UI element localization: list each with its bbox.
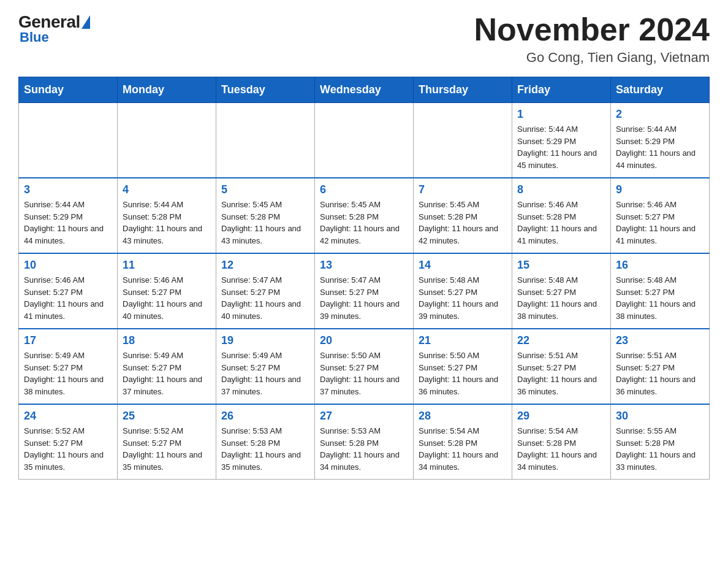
calendar-week-row: 17Sunrise: 5:49 AM Sunset: 5:27 PM Dayli…: [19, 329, 710, 404]
calendar-cell: 15Sunrise: 5:48 AM Sunset: 5:27 PM Dayli…: [512, 253, 611, 329]
day-info: Sunrise: 5:52 AM Sunset: 5:27 PM Dayligh…: [123, 425, 211, 473]
column-header-thursday: Thursday: [414, 77, 512, 103]
day-info: Sunrise: 5:47 AM Sunset: 5:27 PM Dayligh…: [221, 274, 309, 322]
calendar-cell: 9Sunrise: 5:46 AM Sunset: 5:27 PM Daylig…: [611, 178, 710, 253]
day-number: 21: [419, 334, 507, 347]
calendar-cell: [216, 103, 315, 178]
calendar-cell: 13Sunrise: 5:47 AM Sunset: 5:27 PM Dayli…: [315, 253, 414, 329]
calendar-cell: 2Sunrise: 5:44 AM Sunset: 5:29 PM Daylig…: [611, 103, 710, 178]
logo: General Blue: [18, 12, 91, 45]
day-number: 6: [320, 183, 408, 196]
calendar-cell: 14Sunrise: 5:48 AM Sunset: 5:27 PM Dayli…: [414, 253, 512, 329]
day-info: Sunrise: 5:50 AM Sunset: 5:27 PM Dayligh…: [419, 350, 507, 397]
logo-triangle-icon: [82, 15, 90, 29]
calendar-table: SundayMondayTuesdayWednesdayThursdayFrid…: [18, 77, 710, 480]
day-number: 8: [517, 183, 605, 196]
day-number: 9: [616, 183, 704, 196]
calendar-cell: 11Sunrise: 5:46 AM Sunset: 5:27 PM Dayli…: [118, 253, 216, 329]
calendar-cell: 5Sunrise: 5:45 AM Sunset: 5:28 PM Daylig…: [216, 178, 315, 253]
calendar-cell: 8Sunrise: 5:46 AM Sunset: 5:28 PM Daylig…: [512, 178, 611, 253]
calendar-cell: 18Sunrise: 5:49 AM Sunset: 5:27 PM Dayli…: [118, 329, 216, 404]
day-info: Sunrise: 5:46 AM Sunset: 5:27 PM Dayligh…: [123, 274, 211, 322]
column-header-sunday: Sunday: [19, 77, 118, 103]
day-number: 3: [24, 183, 112, 196]
day-info: Sunrise: 5:48 AM Sunset: 5:27 PM Dayligh…: [419, 274, 507, 322]
calendar-cell: 23Sunrise: 5:51 AM Sunset: 5:27 PM Dayli…: [611, 329, 710, 404]
day-number: 26: [221, 410, 309, 423]
logo-blue: Blue: [20, 29, 49, 45]
day-info: Sunrise: 5:52 AM Sunset: 5:27 PM Dayligh…: [24, 425, 112, 473]
day-info: Sunrise: 5:53 AM Sunset: 5:28 PM Dayligh…: [221, 425, 309, 473]
day-info: Sunrise: 5:51 AM Sunset: 5:27 PM Dayligh…: [616, 350, 704, 397]
day-info: Sunrise: 5:45 AM Sunset: 5:28 PM Dayligh…: [320, 199, 408, 247]
calendar-cell: 1Sunrise: 5:44 AM Sunset: 5:29 PM Daylig…: [512, 103, 611, 178]
day-number: 24: [24, 410, 112, 423]
calendar-cell: 25Sunrise: 5:52 AM Sunset: 5:27 PM Dayli…: [118, 404, 216, 480]
calendar-cell: 7Sunrise: 5:45 AM Sunset: 5:28 PM Daylig…: [414, 178, 512, 253]
calendar-cell: [19, 103, 118, 178]
calendar-week-row: 1Sunrise: 5:44 AM Sunset: 5:29 PM Daylig…: [19, 103, 710, 178]
calendar-cell: [118, 103, 216, 178]
day-number: 10: [24, 259, 112, 272]
day-info: Sunrise: 5:44 AM Sunset: 5:29 PM Dayligh…: [616, 123, 704, 171]
calendar-cell: [315, 103, 414, 178]
calendar-week-row: 10Sunrise: 5:46 AM Sunset: 5:27 PM Dayli…: [19, 253, 710, 329]
column-header-friday: Friday: [512, 77, 611, 103]
calendar-cell: 6Sunrise: 5:45 AM Sunset: 5:28 PM Daylig…: [315, 178, 414, 253]
column-header-saturday: Saturday: [611, 77, 710, 103]
calendar-cell: 27Sunrise: 5:53 AM Sunset: 5:28 PM Dayli…: [315, 404, 414, 480]
day-number: 1: [517, 108, 605, 121]
day-number: 28: [419, 410, 507, 423]
calendar-cell: 21Sunrise: 5:50 AM Sunset: 5:27 PM Dayli…: [414, 329, 512, 404]
day-number: 12: [221, 259, 309, 272]
day-info: Sunrise: 5:50 AM Sunset: 5:27 PM Dayligh…: [320, 350, 408, 397]
day-info: Sunrise: 5:49 AM Sunset: 5:27 PM Dayligh…: [24, 350, 112, 397]
day-info: Sunrise: 5:44 AM Sunset: 5:29 PM Dayligh…: [517, 123, 605, 171]
calendar-cell: 26Sunrise: 5:53 AM Sunset: 5:28 PM Dayli…: [216, 404, 315, 480]
day-number: 11: [123, 259, 211, 272]
day-info: Sunrise: 5:51 AM Sunset: 5:27 PM Dayligh…: [517, 350, 605, 397]
calendar-cell: 22Sunrise: 5:51 AM Sunset: 5:27 PM Dayli…: [512, 329, 611, 404]
calendar-cell: 20Sunrise: 5:50 AM Sunset: 5:27 PM Dayli…: [315, 329, 414, 404]
day-info: Sunrise: 5:55 AM Sunset: 5:28 PM Dayligh…: [616, 425, 704, 473]
calendar-cell: 30Sunrise: 5:55 AM Sunset: 5:28 PM Dayli…: [611, 404, 710, 480]
day-number: 16: [616, 259, 704, 272]
day-info: Sunrise: 5:54 AM Sunset: 5:28 PM Dayligh…: [517, 425, 605, 473]
day-info: Sunrise: 5:47 AM Sunset: 5:27 PM Dayligh…: [320, 274, 408, 322]
calendar-cell: 17Sunrise: 5:49 AM Sunset: 5:27 PM Dayli…: [19, 329, 118, 404]
calendar-cell: 4Sunrise: 5:44 AM Sunset: 5:28 PM Daylig…: [118, 178, 216, 253]
day-info: Sunrise: 5:49 AM Sunset: 5:27 PM Dayligh…: [221, 350, 309, 397]
subtitle: Go Cong, Tien Giang, Vietnam: [474, 50, 710, 66]
day-number: 15: [517, 259, 605, 272]
day-number: 23: [616, 334, 704, 347]
day-info: Sunrise: 5:53 AM Sunset: 5:28 PM Dayligh…: [320, 425, 408, 473]
calendar-cell: 12Sunrise: 5:47 AM Sunset: 5:27 PM Dayli…: [216, 253, 315, 329]
day-info: Sunrise: 5:44 AM Sunset: 5:28 PM Dayligh…: [123, 199, 211, 247]
day-number: 5: [221, 183, 309, 196]
column-header-wednesday: Wednesday: [315, 77, 414, 103]
day-number: 7: [419, 183, 507, 196]
calendar-week-row: 24Sunrise: 5:52 AM Sunset: 5:27 PM Dayli…: [19, 404, 710, 480]
day-info: Sunrise: 5:45 AM Sunset: 5:28 PM Dayligh…: [419, 199, 507, 247]
day-number: 27: [320, 410, 408, 423]
day-info: Sunrise: 5:46 AM Sunset: 5:27 PM Dayligh…: [616, 199, 704, 247]
calendar-header-row: SundayMondayTuesdayWednesdayThursdayFrid…: [19, 77, 710, 103]
day-number: 25: [123, 410, 211, 423]
day-info: Sunrise: 5:44 AM Sunset: 5:29 PM Dayligh…: [24, 199, 112, 247]
day-number: 2: [616, 108, 704, 121]
day-number: 18: [123, 334, 211, 347]
calendar-cell: 16Sunrise: 5:48 AM Sunset: 5:27 PM Dayli…: [611, 253, 710, 329]
header: General Blue November 2024 Go Cong, Tien…: [18, 12, 710, 66]
day-info: Sunrise: 5:54 AM Sunset: 5:28 PM Dayligh…: [419, 425, 507, 473]
day-number: 20: [320, 334, 408, 347]
day-number: 29: [517, 410, 605, 423]
column-header-monday: Monday: [118, 77, 216, 103]
day-number: 30: [616, 410, 704, 423]
day-number: 14: [419, 259, 507, 272]
column-header-tuesday: Tuesday: [216, 77, 315, 103]
day-number: 4: [123, 183, 211, 196]
day-number: 19: [221, 334, 309, 347]
calendar-cell: 28Sunrise: 5:54 AM Sunset: 5:28 PM Dayli…: [414, 404, 512, 480]
calendar-cell: [414, 103, 512, 178]
day-number: 13: [320, 259, 408, 272]
